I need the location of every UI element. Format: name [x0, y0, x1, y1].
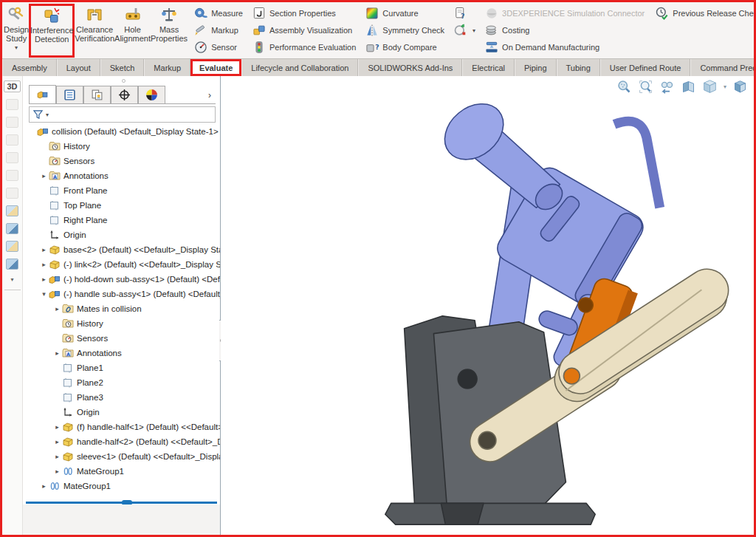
tree-item[interactable]: Front Plane	[23, 183, 220, 198]
tab-electrical[interactable]: Electrical	[462, 59, 515, 76]
previous-release-check-button[interactable]: Previous Release Check	[655, 5, 756, 21]
expand-arrow-icon[interactable]	[39, 172, 49, 179]
check-active-document-button[interactable]	[453, 5, 475, 21]
expand-arrow-icon[interactable]	[52, 305, 62, 312]
evaluate-ribbon: Design Study ▾ Interference Detection Cl…	[2, 2, 754, 58]
tab-tubing[interactable]: Tubing	[557, 59, 600, 76]
design-checker-button[interactable]: ▾	[453, 22, 475, 38]
expand-arrow-icon[interactable]	[52, 453, 62, 460]
tree-item[interactable]: sleeve<1> (Default) <<Default>_Display	[23, 449, 220, 464]
tab-user-defined-route[interactable]: User Defined Route	[600, 59, 691, 76]
solidworks-window: Design Study ▾ Interference Detection Cl…	[0, 0, 756, 537]
configurationmanager-tab[interactable]	[83, 86, 111, 103]
tab-evaluate[interactable]: Evaluate	[190, 59, 241, 76]
divider	[4, 290, 21, 290]
tool-icon[interactable]	[6, 205, 18, 216]
previous-release-check-icon	[655, 6, 670, 21]
tree-item[interactable]: Plane1	[23, 360, 220, 375]
tool-icon[interactable]	[6, 223, 18, 234]
expand-arrow-icon[interactable]	[39, 290, 49, 298]
sensor-button[interactable]: Sensor	[193, 39, 243, 55]
expand-arrow-icon[interactable]	[39, 261, 49, 268]
tool-icon[interactable]	[6, 241, 18, 252]
tree-item[interactable]: Sensors	[23, 331, 220, 346]
disabled-tool-icon	[6, 170, 18, 181]
chevron-down-icon[interactable]: ▾	[472, 27, 475, 34]
design-study-label: Design Study	[4, 25, 29, 44]
tree-item[interactable]: History	[23, 139, 220, 154]
chevron-down-icon[interactable]: ▾	[10, 276, 13, 283]
tree-item[interactable]: Origin	[23, 228, 220, 242]
expand-arrow-icon[interactable]	[39, 276, 49, 283]
body-compare-button[interactable]: Body Compare	[365, 39, 444, 55]
markup-icon	[193, 23, 208, 38]
expand-arrow-icon[interactable]	[52, 349, 62, 357]
symmetry-check-icon	[365, 23, 379, 38]
tab-solidworks-add-ins[interactable]: SOLIDWORKS Add-Ins	[358, 59, 462, 76]
mass-properties-button[interactable]: Mass Properties	[151, 4, 188, 58]
tab-piping[interactable]: Piping	[515, 59, 557, 76]
tree-item[interactable]: Plane2	[23, 375, 220, 390]
markup-button[interactable]: Markup	[193, 22, 243, 38]
tree-item[interactable]: Mates in collision	[23, 301, 220, 316]
panel-tab-overflow-chevron[interactable]: ›	[208, 90, 216, 103]
chevron-down-icon[interactable]: ▾	[15, 45, 18, 52]
design-study-button[interactable]: Design Study ▾	[4, 4, 29, 58]
tab-layout[interactable]: Layout	[57, 59, 100, 76]
tree-item[interactable]: History	[23, 316, 220, 331]
tree-item[interactable]: (-) handle sub-assy<1> (Default) <Defaul…	[23, 287, 220, 301]
sensors-folder-icon	[62, 332, 74, 344]
tree-item[interactable]: (-) hold-down sub-assy<1> (Default) <Def…	[23, 272, 220, 287]
tree-item[interactable]: Top Plane	[23, 198, 220, 213]
performance-evaluation-button[interactable]: Performance Evaluation	[252, 39, 356, 55]
assembly-visualization-button[interactable]: Assembly Visualization	[252, 22, 356, 38]
featuremanager-tab[interactable]	[29, 85, 56, 103]
toggle-clamp-model[interactable]	[221, 76, 754, 535]
measure-button[interactable]: Measure	[193, 5, 243, 21]
section-properties-button[interactable]: Section Properties	[252, 5, 356, 21]
expand-arrow-icon[interactable]	[39, 246, 49, 253]
clearance-verification-button[interactable]: Clearance Verification	[75, 4, 114, 58]
panel-resize-handle[interactable]	[122, 79, 126, 83]
tab-assembly[interactable]: Assembly	[2, 59, 57, 76]
chevron-down-icon[interactable]: ▾	[46, 112, 49, 118]
costing-button[interactable]: Costing	[484, 22, 645, 38]
tree-item[interactable]: base<2> (Default) <<Default>_Display Sta…	[23, 242, 220, 257]
tree-item[interactable]: Annotations	[23, 168, 220, 183]
tree-item-root[interactable]: collision (Default) <Default_Display Sta…	[23, 124, 220, 139]
tab-lifecycle-and-collaboration[interactable]: Lifecycle and Collaboration	[241, 59, 358, 76]
dimxpertmanager-tab[interactable]	[111, 86, 138, 103]
tree-item[interactable]: MateGroup1	[23, 479, 220, 493]
tree-filter[interactable]: ▾	[29, 106, 216, 123]
3dexperience-connector-icon	[484, 6, 499, 21]
hole-alignment-button[interactable]: Hole Alignment	[114, 4, 151, 58]
propertymanager-tab[interactable]	[56, 86, 83, 103]
tree-item[interactable]: (-) link<2> (Default) <<Default>_Display…	[23, 257, 220, 272]
tab-markup[interactable]: Markup	[144, 59, 190, 76]
tree-item[interactable]: Origin	[23, 405, 220, 420]
on-demand-manufacturing-button[interactable]: On Demand Manufacturing	[484, 39, 645, 55]
3d-badge: 3D	[4, 81, 20, 92]
tree-item[interactable]: Sensors	[23, 154, 220, 168]
displaymanager-tab[interactable]	[138, 86, 165, 103]
tree-item[interactable]: MateGroup1	[23, 464, 220, 479]
rollback-bar[interactable]	[26, 502, 217, 504]
expand-arrow-icon[interactable]	[52, 423, 62, 431]
tree-item[interactable]: Annotations	[23, 346, 220, 360]
curvature-button[interactable]: Curvature	[365, 5, 444, 21]
symmetry-check-button[interactable]: Symmetry Check	[365, 22, 444, 38]
tree-item[interactable]: Plane3	[23, 390, 220, 405]
tree-item[interactable]: (f) handle-half<1> (Default) <<Default>	[23, 420, 220, 434]
tree-item[interactable]: Right Plane	[23, 213, 220, 228]
propertymanager-tab-icon	[63, 89, 76, 101]
disabled-tool-icon	[6, 152, 18, 163]
expand-arrow-icon[interactable]	[52, 468, 62, 475]
tab-sketch[interactable]: Sketch	[100, 59, 145, 76]
interference-detection-button[interactable]: Interference Detection	[29, 4, 75, 58]
tab-command-predictor[interactable]: Command Predictor (Beta)	[690, 59, 756, 76]
tree-item[interactable]: handle-half<2> (Default) <<Default>_D	[23, 434, 220, 449]
expand-arrow-icon[interactable]	[52, 438, 62, 445]
graphics-viewport[interactable]: ▾	[221, 76, 754, 535]
tool-icon[interactable]	[6, 259, 18, 270]
expand-arrow-icon[interactable]	[39, 482, 49, 490]
